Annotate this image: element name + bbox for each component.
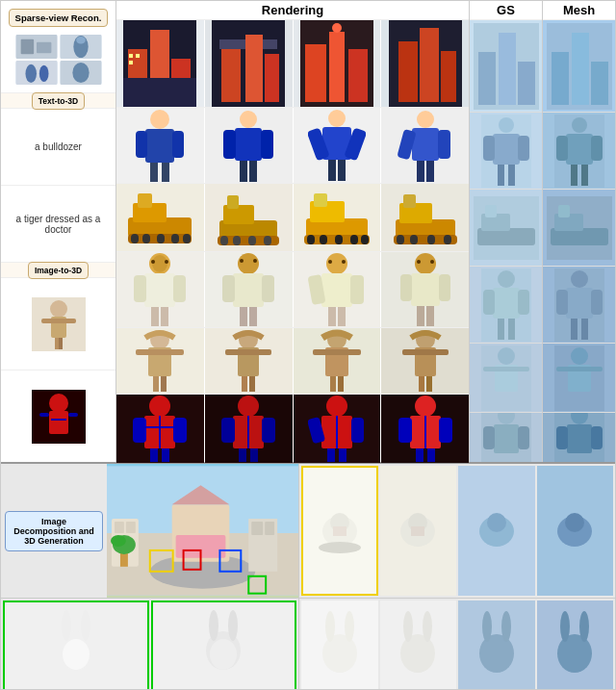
svg-point-294 [557, 634, 592, 673]
svg-rect-225 [571, 165, 578, 186]
svg-rect-66 [438, 130, 450, 159]
svg-point-5 [76, 37, 86, 44]
svg-rect-132 [400, 274, 412, 301]
render-cell [205, 328, 293, 394]
gs-cell-spiderman [470, 413, 542, 462]
svg-rect-22 [68, 413, 78, 417]
svg-rect-115 [233, 273, 264, 307]
svg-rect-186 [478, 52, 496, 105]
svg-rect-116 [222, 275, 235, 302]
svg-rect-204 [518, 290, 529, 315]
svg-rect-140 [161, 376, 167, 392]
svg-rect-43 [420, 28, 439, 102]
svg-rect-162 [150, 448, 158, 462]
svg-rect-83 [233, 236, 241, 245]
svg-rect-94 [361, 235, 369, 244]
svg-rect-93 [350, 235, 358, 244]
svg-rect-100 [410, 235, 418, 244]
mesh-cell-spiderman [543, 413, 615, 462]
svg-point-208 [498, 347, 515, 365]
svg-rect-84 [248, 236, 256, 245]
svg-rect-192 [483, 136, 495, 161]
svg-rect-28 [129, 54, 133, 58]
svg-rect-50 [162, 163, 169, 182]
sparse-recon-label: Sparse-view Recon. [9, 9, 109, 27]
bunny-gs [458, 601, 535, 690]
svg-rect-261 [265, 522, 274, 535]
svg-rect-167 [221, 418, 235, 443]
svg-rect-191 [493, 134, 520, 165]
text-to-3d-label: Text-to-3D [32, 92, 85, 110]
svg-point-8 [38, 65, 48, 82]
render-cell [381, 328, 469, 394]
svg-rect-184 [427, 448, 435, 462]
svg-point-201 [498, 270, 515, 288]
svg-point-282 [209, 610, 218, 641]
svg-rect-47 [136, 131, 147, 158]
svg-rect-111 [161, 307, 168, 326]
svg-rect-222 [566, 134, 593, 165]
svg-rect-252 [126, 522, 136, 533]
render-cell [381, 108, 469, 183]
svg-rect-202 [493, 288, 520, 319]
svg-rect-177 [339, 448, 346, 462]
svg-rect-149 [330, 376, 336, 392]
gs-cell-person [470, 113, 542, 190]
svg-point-285 [322, 634, 357, 673]
svg-point-293 [501, 611, 511, 642]
svg-rect-99 [397, 235, 404, 244]
svg-rect-203 [483, 290, 495, 315]
svg-rect-260 [251, 522, 263, 535]
render-cell [381, 395, 469, 464]
svg-point-283 [228, 610, 238, 641]
svg-rect-52 [235, 128, 262, 161]
svg-rect-176 [327, 448, 335, 462]
svg-point-130 [430, 260, 434, 264]
svg-rect-143 [225, 349, 271, 355]
svg-rect-134 [417, 306, 424, 326]
svg-point-129 [417, 260, 421, 264]
svg-rect-236 [571, 319, 578, 340]
gs-cell-buildings [470, 20, 542, 113]
gs-cell-tiger [470, 267, 542, 344]
svg-point-276 [565, 513, 584, 532]
svg-rect-230 [558, 205, 570, 217]
svg-rect-155 [426, 376, 432, 392]
svg-rect-91 [320, 235, 327, 244]
svg-point-120 [326, 253, 347, 274]
svg-point-51 [240, 111, 257, 128]
svg-rect-194 [498, 165, 504, 186]
svg-rect-108 [134, 275, 146, 302]
svg-rect-217 [552, 52, 569, 105]
bunny-render-1 [3, 601, 149, 690]
svg-point-296 [579, 611, 589, 642]
svg-rect-206 [508, 319, 515, 340]
svg-rect-33 [221, 49, 241, 102]
svg-point-291 [479, 634, 514, 673]
mesh-cell-bulldozer [543, 190, 615, 267]
svg-rect-39 [348, 49, 368, 102]
svg-point-45 [150, 110, 169, 129]
render-cell [381, 252, 469, 327]
svg-rect-226 [581, 165, 588, 186]
svg-rect-109 [173, 275, 186, 302]
svg-rect-187 [499, 33, 516, 105]
svg-rect-154 [419, 376, 424, 392]
svg-rect-118 [240, 307, 247, 326]
svg-rect-14 [41, 319, 76, 323]
svg-rect-245 [556, 426, 568, 449]
svg-point-105 [151, 260, 155, 264]
svg-point-57 [328, 110, 346, 127]
svg-rect-64 [412, 128, 439, 161]
svg-point-114 [253, 259, 257, 263]
svg-rect-82 [220, 236, 228, 245]
svg-rect-67 [417, 161, 424, 182]
svg-rect-182 [439, 418, 452, 443]
svg-point-112 [238, 253, 259, 274]
svg-point-286 [325, 611, 335, 642]
rendering-header: Rendering [116, 1, 469, 20]
svg-rect-125 [350, 275, 364, 304]
svg-rect-241 [556, 367, 603, 371]
svg-point-18 [49, 394, 68, 413]
svg-rect-268 [333, 526, 346, 536]
